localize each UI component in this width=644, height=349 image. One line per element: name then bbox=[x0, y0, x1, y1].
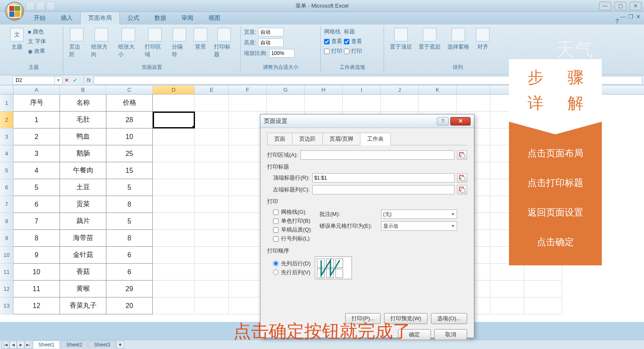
gridlines-checkbox[interactable] bbox=[273, 210, 279, 215]
errors-select[interactable]: 显示值 bbox=[381, 221, 457, 231]
selection-pane-button[interactable]: 选择窗格 bbox=[445, 27, 472, 52]
background-button[interactable]: 背景 bbox=[191, 27, 210, 52]
cell[interactable]: 2 bbox=[14, 128, 60, 145]
over-down-radio[interactable] bbox=[273, 270, 279, 275]
col-header-I[interactable]: I bbox=[343, 85, 381, 94]
cell[interactable]: 15 bbox=[106, 162, 153, 179]
row-header-3[interactable]: 3 bbox=[0, 128, 14, 145]
cell[interactable]: 10 bbox=[106, 128, 153, 145]
cell[interactable] bbox=[195, 162, 229, 179]
comments-select[interactable]: (无) bbox=[381, 210, 457, 219]
col-header-B[interactable]: B bbox=[60, 85, 106, 94]
cell[interactable]: 价格 bbox=[106, 95, 153, 112]
align-button[interactable]: 对齐 bbox=[474, 27, 492, 52]
cell[interactable] bbox=[195, 264, 229, 281]
save-icon[interactable] bbox=[26, 2, 35, 10]
dlg-options-button[interactable]: 选项(O)... bbox=[431, 313, 467, 324]
cell[interactable]: 金针菇 bbox=[60, 247, 106, 264]
cell[interactable] bbox=[153, 264, 195, 281]
cell[interactable] bbox=[524, 264, 562, 281]
row-header-4[interactable]: 4 bbox=[0, 145, 14, 162]
size-button[interactable]: 纸张大小 bbox=[116, 27, 141, 59]
help-icon[interactable]: ? bbox=[615, 18, 619, 25]
col-header-D[interactable]: D bbox=[153, 85, 195, 94]
cell[interactable]: 20 bbox=[106, 297, 153, 314]
cell[interactable] bbox=[195, 213, 229, 230]
send-back-button[interactable]: 置于底层 bbox=[416, 27, 443, 52]
cell[interactable] bbox=[195, 297, 229, 314]
col-header-C[interactable]: C bbox=[106, 85, 153, 94]
left-cols-ref-icon[interactable] bbox=[457, 185, 467, 194]
col-header-K[interactable]: K bbox=[419, 85, 457, 94]
cell[interactable] bbox=[153, 230, 195, 247]
cell[interactable]: 6 bbox=[14, 196, 60, 213]
dlg-tab-sheet[interactable]: 工作表 bbox=[360, 133, 391, 145]
cell[interactable]: 5 bbox=[106, 179, 153, 196]
cell[interactable] bbox=[153, 297, 195, 314]
cell[interactable] bbox=[153, 247, 195, 264]
cell[interactable]: 藕片 bbox=[60, 213, 106, 230]
cell[interactable] bbox=[195, 281, 229, 297]
cell[interactable]: 鹅肠 bbox=[60, 145, 106, 162]
dialog-close-button[interactable]: ✕ bbox=[450, 117, 471, 125]
formula-cancel-icon[interactable]: ✕ bbox=[62, 76, 71, 85]
row-header-8[interactable]: 8 bbox=[0, 213, 14, 230]
bring-front-button[interactable]: 置于顶层 bbox=[387, 27, 414, 52]
colors-button[interactable]: ■ 颜色 bbox=[28, 28, 46, 35]
cell[interactable]: 香菇 bbox=[60, 264, 106, 281]
cell[interactable]: 9 bbox=[14, 247, 60, 264]
themes-button[interactable]: 文主题 bbox=[8, 27, 26, 52]
tab-review[interactable]: 审阅 bbox=[174, 12, 201, 25]
cell[interactable] bbox=[524, 297, 562, 314]
row-header-13[interactable]: 13 bbox=[0, 297, 14, 314]
dlg-tab-header-footer[interactable]: 页眉/页脚 bbox=[322, 133, 360, 145]
fx-icon[interactable]: fx bbox=[84, 76, 94, 85]
row-header-1[interactable]: 1 bbox=[0, 95, 14, 112]
close-button[interactable]: ✕ bbox=[630, 2, 641, 10]
cell[interactable]: 名称 bbox=[60, 95, 106, 112]
cell[interactable] bbox=[490, 264, 524, 281]
cell[interactable] bbox=[153, 281, 195, 297]
effects-button[interactable]: ◉ 效果 bbox=[28, 47, 46, 55]
headings-print-checkbox[interactable] bbox=[344, 49, 349, 54]
cell[interactable] bbox=[305, 95, 343, 112]
row-header-7[interactable]: 7 bbox=[0, 196, 14, 213]
width-input[interactable] bbox=[258, 28, 284, 36]
cell[interactable]: 黄喉 bbox=[60, 281, 106, 297]
cell[interactable]: 8 bbox=[106, 196, 153, 213]
cell[interactable]: 香菜丸子 bbox=[60, 297, 106, 314]
tab-view[interactable]: 视图 bbox=[201, 12, 228, 25]
row-header-9[interactable]: 9 bbox=[0, 230, 14, 247]
print-titles-button[interactable]: 打印标题 bbox=[211, 27, 237, 59]
top-rows-ref-icon[interactable] bbox=[457, 173, 467, 183]
cell[interactable] bbox=[524, 281, 562, 297]
cell[interactable]: 序号 bbox=[14, 95, 60, 112]
row-header-6[interactable]: 6 bbox=[0, 179, 14, 196]
select-all-corner[interactable] bbox=[0, 85, 14, 94]
cell[interactable]: 贡菜 bbox=[60, 196, 106, 213]
minimize-button[interactable]: — bbox=[599, 2, 611, 10]
tab-insert[interactable]: 插入 bbox=[53, 12, 80, 25]
cell[interactable]: 12 bbox=[14, 297, 60, 314]
cell[interactable] bbox=[381, 95, 419, 112]
cell[interactable] bbox=[153, 95, 195, 112]
draft-checkbox[interactable] bbox=[273, 227, 279, 233]
sheet-tab-1[interactable]: Sheet1 bbox=[33, 341, 60, 349]
down-over-radio[interactable] bbox=[273, 261, 279, 266]
cell[interactable] bbox=[457, 95, 490, 112]
cell[interactable] bbox=[267, 95, 305, 112]
cell[interactable]: 25 bbox=[106, 145, 153, 162]
row-header-5[interactable]: 5 bbox=[0, 162, 14, 179]
cell[interactable] bbox=[153, 179, 195, 196]
cell[interactable] bbox=[419, 95, 457, 112]
dialog-help-button[interactable]: ? bbox=[437, 117, 449, 125]
cell[interactable]: 8 bbox=[106, 230, 153, 247]
dlg-tab-margins[interactable]: 页边距 bbox=[292, 133, 323, 145]
office-button[interactable] bbox=[5, 2, 24, 21]
cell[interactable] bbox=[195, 196, 229, 213]
name-box-dropdown[interactable]: ▼ bbox=[55, 76, 62, 85]
col-header-E[interactable]: E bbox=[195, 85, 229, 94]
cell[interactable] bbox=[195, 247, 229, 264]
formula-enter-icon[interactable]: ✓ bbox=[71, 76, 79, 85]
sheet-nav-prev[interactable]: ◀ bbox=[9, 341, 17, 349]
